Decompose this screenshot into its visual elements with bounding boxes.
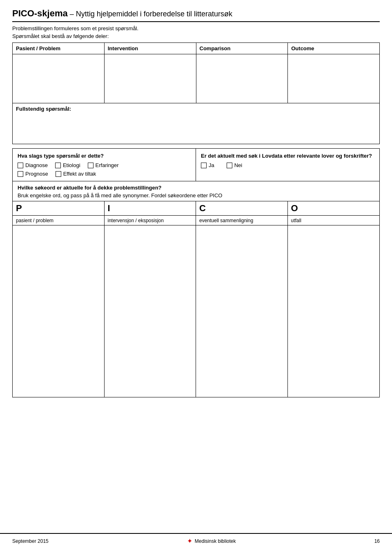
er-det-label: Er det aktuelt med søk i Lovdata etter r… bbox=[201, 153, 374, 159]
checkbox-prognose-label: Prognose bbox=[25, 171, 48, 177]
pico-i-letter-cell: I bbox=[105, 201, 196, 215]
pico-header-row: Pasient / Problem Intervention Compariso… bbox=[13, 43, 380, 54]
pico-c-letter-cell: C bbox=[196, 201, 288, 215]
fullstendig-cell: Fullstendig spørsmål: bbox=[13, 103, 380, 144]
checkbox-effekt-box[interactable] bbox=[56, 171, 61, 177]
pico-col2-cell bbox=[104, 54, 196, 103]
subtitle1: Problemstillingen formuleres som et pres… bbox=[12, 25, 380, 31]
checkbox-ja-box[interactable] bbox=[201, 163, 207, 168]
footer-library: Medisinsk bibliotek bbox=[195, 538, 236, 544]
checkbox-nei-box[interactable] bbox=[227, 163, 232, 168]
header-title: PICO-skjema – Nyttig hjelpemiddel i forb… bbox=[12, 8, 380, 19]
pico-letter-row: P I C O bbox=[13, 201, 379, 216]
pico-c-sublabel: eventuell sammenligning bbox=[199, 218, 253, 223]
page: PICO-skjema – Nyttig hjelpemiddel i forb… bbox=[0, 0, 392, 551]
pico-o-data bbox=[288, 225, 380, 397]
pico-p-letter: P bbox=[16, 203, 22, 213]
checkbox-erfaringer-box[interactable] bbox=[88, 163, 94, 168]
checkbox-prognose: Prognose bbox=[18, 171, 48, 177]
checkbox-prognose-box[interactable] bbox=[18, 171, 23, 177]
header-divider bbox=[12, 21, 380, 22]
checkbox-ja: Ja bbox=[201, 162, 214, 168]
hva-slags-col: Hva slags type spørsmål er dette? Diagno… bbox=[13, 149, 196, 181]
pico-p-data bbox=[13, 225, 105, 397]
combined-section: Hva slags type spørsmål er dette? Diagno… bbox=[12, 148, 380, 397]
checkbox-effekt: Effekt av tiltak bbox=[56, 171, 96, 177]
pico-c-sublabel-cell: eventuell sammenligning bbox=[196, 216, 288, 225]
søkeord-section: Hvilke søkeord er aktuelle for å dekke p… bbox=[13, 181, 379, 201]
checkbox-erfaringer: Erfaringer bbox=[88, 162, 119, 168]
pico-data-row bbox=[13, 225, 379, 397]
checkbox-diagnose-box[interactable] bbox=[18, 163, 23, 168]
footer: September 2015 ✦ Medisinsk bibliotek 16 bbox=[0, 533, 392, 545]
title-light: – Nyttig hjelpemiddel i forberedelse til… bbox=[68, 10, 232, 18]
checkbox-nei: Nei bbox=[227, 162, 243, 168]
footer-center: ✦ Medisinsk bibliotek bbox=[187, 537, 236, 545]
pico-content-row bbox=[13, 54, 380, 103]
subtitle2: Spørsmålet skal bestå av følgende deler: bbox=[12, 33, 380, 39]
red-dot-icon: ✦ bbox=[187, 537, 192, 545]
pico-i-data bbox=[105, 225, 196, 397]
pico-sublabel-row: pasient / problem intervensjon / eksposi… bbox=[13, 216, 379, 225]
hva-slags-label: Hva slags type spørsmål er dette? bbox=[18, 153, 191, 159]
pico-c-data bbox=[196, 225, 288, 397]
checkbox-effekt-label: Effekt av tiltak bbox=[63, 171, 96, 177]
checkbox-etiologi-label: Etiologi bbox=[63, 162, 80, 168]
fullstendig-label: Fullstendig spørsmål: bbox=[16, 106, 71, 112]
checkbox-diagnose: Diagnose bbox=[18, 162, 48, 168]
pico-i-letter: I bbox=[108, 203, 110, 213]
pico-p-letter-cell: P bbox=[13, 201, 105, 215]
pico-col1-header: Pasient / Problem bbox=[13, 43, 105, 54]
fullstendig-row: Fullstendig spørsmål: bbox=[13, 103, 380, 144]
checkboxes-row2: Prognose Effekt av tiltak bbox=[18, 171, 191, 177]
pico-o-letter-cell: O bbox=[288, 201, 380, 215]
pico-col3-cell bbox=[196, 54, 288, 103]
checkbox-etiologi: Etiologi bbox=[55, 162, 80, 168]
pico-col1-cell bbox=[13, 54, 105, 103]
pico-c-letter: C bbox=[199, 203, 206, 213]
ja-nei-row: Ja Nei bbox=[201, 162, 374, 168]
er-det-aktuelt-col: Er det aktuelt med søk i Lovdata etter r… bbox=[196, 149, 379, 181]
two-col-section: Hva slags type spørsmål er dette? Diagno… bbox=[13, 149, 379, 181]
søkeord-label: Hvilke søkeord er aktuelle for å dekke p… bbox=[18, 185, 374, 191]
pico-o-sublabel-cell: utfall bbox=[288, 216, 380, 225]
pico-i-sublabel: intervensjon / eksposisjon bbox=[108, 218, 164, 223]
bruk-text: Bruk engelske ord, og pass på å få med a… bbox=[18, 192, 374, 199]
ja-label: Ja bbox=[209, 162, 214, 168]
pico-o-sublabel: utfall bbox=[291, 218, 301, 223]
pico-o-letter: O bbox=[291, 203, 298, 213]
checkbox-diagnose-label: Diagnose bbox=[25, 162, 48, 168]
pico-p-sublabel: pasient / problem bbox=[16, 218, 53, 223]
checkboxes-row1: Diagnose Etiologi Erfaringer bbox=[18, 162, 191, 168]
pico-col3-header: Comparison bbox=[196, 43, 288, 54]
pico-p-sublabel-cell: pasient / problem bbox=[13, 216, 105, 225]
nei-label: Nei bbox=[234, 162, 243, 168]
footer-page: 16 bbox=[374, 538, 380, 544]
title-bold: PICO-skjema bbox=[12, 8, 68, 18]
pico-top-table: Pasient / Problem Intervention Compariso… bbox=[12, 42, 380, 144]
pico-i-sublabel-cell: intervensjon / eksposisjon bbox=[105, 216, 196, 225]
checkbox-erfaringer-label: Erfaringer bbox=[96, 162, 119, 168]
pico-col2-header: Intervention bbox=[104, 43, 196, 54]
pico-col4-cell bbox=[288, 54, 380, 103]
pico-col4-header: Outcome bbox=[288, 43, 380, 54]
footer-date: September 2015 bbox=[12, 538, 49, 544]
checkbox-etiologi-box[interactable] bbox=[55, 163, 61, 168]
